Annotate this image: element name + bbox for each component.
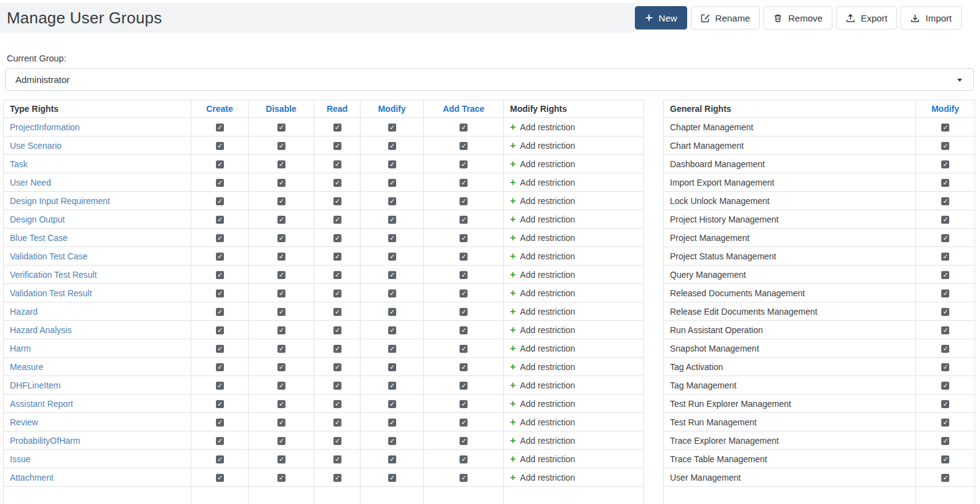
- modify-checkbox[interactable]: [388, 419, 396, 427]
- general-modify-checkbox[interactable]: [941, 160, 949, 168]
- modify-checkbox[interactable]: [388, 363, 396, 371]
- create-checkbox[interactable]: [216, 455, 224, 463]
- general-modify-checkbox[interactable]: [941, 124, 949, 132]
- add-trace-checkbox[interactable]: [460, 289, 468, 297]
- add-trace-checkbox[interactable]: [460, 326, 468, 334]
- add-restriction-link[interactable]: +Add restriction: [510, 436, 575, 446]
- create-checkbox[interactable]: [216, 124, 224, 132]
- modify-checkbox[interactable]: [388, 234, 396, 242]
- read-checkbox[interactable]: [333, 271, 341, 279]
- disable-checkbox[interactable]: [277, 234, 285, 242]
- create-checkbox[interactable]: [216, 289, 224, 297]
- add-restriction-link[interactable]: +Add restriction: [510, 325, 575, 335]
- type-name-link[interactable]: Attachment: [10, 473, 54, 482]
- add-trace-checkbox[interactable]: [460, 271, 468, 279]
- add-trace-checkbox[interactable]: [460, 234, 468, 242]
- add-trace-checkbox[interactable]: [460, 160, 468, 168]
- read-checkbox[interactable]: [333, 142, 341, 150]
- general-modify-column-header[interactable]: Modify: [916, 100, 975, 118]
- modify-checkbox[interactable]: [388, 142, 396, 150]
- general-modify-checkbox[interactable]: [941, 400, 949, 408]
- modify-checkbox[interactable]: [388, 197, 396, 205]
- general-modify-checkbox[interactable]: [941, 253, 949, 261]
- read-checkbox[interactable]: [333, 289, 341, 297]
- modify-checkbox[interactable]: [388, 179, 396, 187]
- modify-checkbox[interactable]: [388, 382, 396, 390]
- add-restriction-link[interactable]: +Add restriction: [510, 380, 575, 390]
- read-checkbox[interactable]: [333, 197, 341, 205]
- create-checkbox[interactable]: [216, 400, 224, 408]
- general-modify-checkbox[interactable]: [941, 271, 949, 279]
- create-checkbox[interactable]: [216, 474, 224, 482]
- add-restriction-link[interactable]: +Add restriction: [510, 233, 575, 243]
- type-name-link[interactable]: DHFLineItem: [10, 380, 60, 390]
- disable-checkbox[interactable]: [277, 253, 285, 261]
- modify-column-header[interactable]: Modify: [361, 100, 424, 118]
- disable-checkbox[interactable]: [277, 308, 285, 316]
- create-checkbox[interactable]: [216, 271, 224, 279]
- type-name-link[interactable]: Validation Test Case: [10, 251, 87, 261]
- modify-checkbox[interactable]: [388, 308, 396, 316]
- create-checkbox[interactable]: [216, 419, 224, 427]
- read-checkbox[interactable]: [333, 234, 341, 242]
- modify-checkbox[interactable]: [388, 216, 396, 224]
- add-trace-checkbox[interactable]: [460, 197, 468, 205]
- add-trace-checkbox[interactable]: [460, 308, 468, 316]
- read-checkbox[interactable]: [333, 455, 341, 463]
- general-modify-checkbox[interactable]: [941, 234, 949, 242]
- add-restriction-link[interactable]: +Add restriction: [510, 178, 575, 187]
- read-column-header[interactable]: Read: [314, 100, 361, 118]
- remove-button[interactable]: Remove: [763, 6, 832, 30]
- general-modify-checkbox[interactable]: [941, 382, 949, 390]
- read-checkbox[interactable]: [333, 474, 341, 482]
- type-name-link[interactable]: Verification Test Result: [10, 270, 97, 280]
- add-restriction-link[interactable]: +Add restriction: [510, 344, 575, 353]
- disable-checkbox[interactable]: [277, 382, 285, 390]
- modify-checkbox[interactable]: [388, 253, 396, 261]
- create-checkbox[interactable]: [216, 234, 224, 242]
- add-restriction-link[interactable]: +Add restriction: [510, 251, 575, 261]
- type-name-link[interactable]: Hazard Analysis: [10, 325, 71, 335]
- disable-checkbox[interactable]: [277, 216, 285, 224]
- create-checkbox[interactable]: [216, 160, 224, 168]
- add-restriction-link[interactable]: +Add restriction: [510, 122, 575, 132]
- add-trace-checkbox[interactable]: [460, 400, 468, 408]
- read-checkbox[interactable]: [333, 326, 341, 334]
- read-checkbox[interactable]: [333, 400, 341, 408]
- add-trace-checkbox[interactable]: [460, 419, 468, 427]
- create-checkbox[interactable]: [216, 142, 224, 150]
- disable-checkbox[interactable]: [277, 326, 285, 334]
- read-checkbox[interactable]: [333, 437, 341, 445]
- general-modify-checkbox[interactable]: [941, 179, 949, 187]
- current-group-dropdown[interactable]: Administrator: [5, 68, 974, 91]
- export-button[interactable]: Export: [836, 6, 897, 30]
- modify-checkbox[interactable]: [388, 124, 396, 132]
- type-name-link[interactable]: Blue Test Case: [10, 233, 68, 243]
- disable-checkbox[interactable]: [277, 124, 285, 132]
- type-name-link[interactable]: Design Input Requirement: [10, 196, 110, 206]
- type-name-link[interactable]: Issue: [10, 454, 30, 464]
- general-modify-checkbox[interactable]: [941, 216, 949, 224]
- add-trace-checkbox[interactable]: [460, 253, 468, 261]
- create-checkbox[interactable]: [216, 326, 224, 334]
- add-trace-checkbox[interactable]: [460, 179, 468, 187]
- type-name-link[interactable]: Validation Test Result: [10, 288, 92, 298]
- read-checkbox[interactable]: [333, 253, 341, 261]
- general-modify-checkbox[interactable]: [941, 308, 949, 316]
- modify-checkbox[interactable]: [388, 474, 396, 482]
- disable-checkbox[interactable]: [277, 197, 285, 205]
- modify-checkbox[interactable]: [388, 455, 396, 463]
- disable-checkbox[interactable]: [277, 363, 285, 371]
- new-button[interactable]: New: [635, 6, 687, 30]
- add-restriction-link[interactable]: +Add restriction: [510, 288, 575, 298]
- add-trace-column-header[interactable]: Add Trace: [424, 100, 504, 118]
- modify-checkbox[interactable]: [388, 160, 396, 168]
- add-restriction-link[interactable]: +Add restriction: [510, 196, 575, 206]
- disable-checkbox[interactable]: [277, 419, 285, 427]
- add-trace-checkbox[interactable]: [460, 345, 468, 353]
- disable-column-header[interactable]: Disable: [249, 100, 314, 118]
- disable-checkbox[interactable]: [277, 142, 285, 150]
- modify-checkbox[interactable]: [388, 271, 396, 279]
- add-trace-checkbox[interactable]: [460, 437, 468, 445]
- read-checkbox[interactable]: [333, 160, 341, 168]
